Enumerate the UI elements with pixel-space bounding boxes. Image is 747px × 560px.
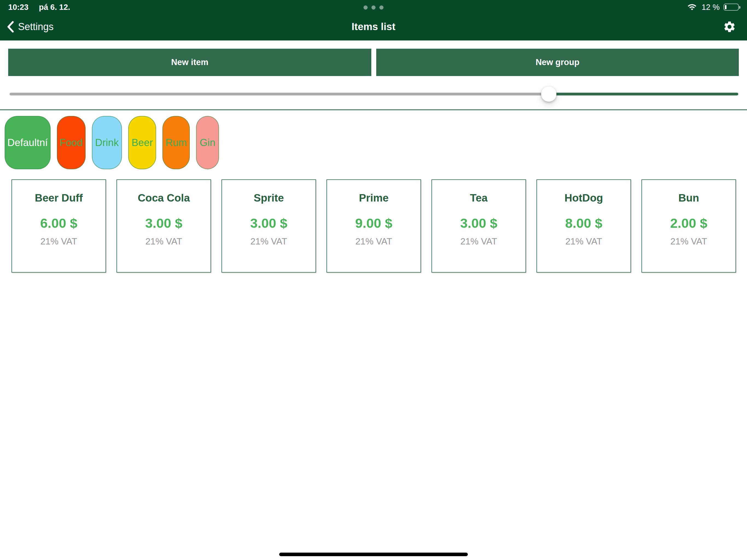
- item-vat: 21% VAT: [565, 236, 602, 247]
- item-card[interactable]: Prime 9.00 $ 21% VAT: [327, 179, 421, 273]
- status-bar: 10:23 pá 6. 12. 12 %: [0, 0, 747, 13]
- group-chip[interactable]: Food: [57, 116, 85, 169]
- item-price: 6.00 $: [40, 215, 77, 231]
- section-divider: [0, 109, 747, 110]
- group-chip-label: Gin: [200, 137, 215, 149]
- size-slider[interactable]: [9, 86, 738, 101]
- status-time: 10:23: [8, 3, 28, 12]
- item-vat: 21% VAT: [146, 236, 182, 247]
- group-chip-label: Beer: [131, 137, 153, 149]
- item-card[interactable]: Sprite 3.00 $ 21% VAT: [222, 179, 316, 273]
- item-vat: 21% VAT: [41, 236, 77, 247]
- item-price: 8.00 $: [565, 215, 602, 231]
- settings-gear-button[interactable]: [722, 20, 737, 34]
- status-right: 12 %: [686, 1, 739, 12]
- multitask-dots-icon: [364, 5, 384, 9]
- app-screen: 10:23 pá 6. 12. 12 % Settings Items list…: [0, 0, 747, 560]
- slider-track-right[interactable]: [549, 93, 738, 96]
- item-price: 3.00 $: [145, 215, 182, 231]
- group-chip[interactable]: Defaultní: [5, 116, 51, 169]
- item-name: Tea: [470, 192, 488, 204]
- battery-percent: 12 %: [702, 3, 720, 12]
- item-vat: 21% VAT: [356, 236, 392, 247]
- group-chip-label: Drink: [95, 137, 119, 149]
- page-title: Items list: [352, 21, 395, 32]
- new-item-button[interactable]: New item: [8, 49, 371, 76]
- group-chip-label: Food: [60, 137, 83, 149]
- item-price: 2.00 $: [670, 215, 707, 231]
- item-name: Prime: [359, 192, 389, 204]
- item-card[interactable]: Beer Duff 6.00 $ 21% VAT: [11, 179, 106, 273]
- back-button[interactable]: Settings: [6, 13, 54, 41]
- item-grid: Beer Duff 6.00 $ 21% VAT Coca Cola 3.00 …: [11, 179, 736, 273]
- item-card[interactable]: Tea 3.00 $ 21% VAT: [432, 179, 526, 273]
- item-vat: 21% VAT: [460, 236, 497, 247]
- item-vat: 21% VAT: [670, 236, 707, 247]
- item-name: Coca Cola: [138, 192, 190, 204]
- group-chip[interactable]: Beer: [128, 116, 156, 169]
- item-name: Beer Duff: [35, 192, 83, 204]
- group-chip[interactable]: Rum: [162, 116, 190, 169]
- item-name: Bun: [678, 192, 699, 204]
- slider-handle[interactable]: [541, 86, 557, 102]
- gear-icon: [723, 20, 736, 33]
- status-date: pá 6. 12.: [39, 3, 70, 12]
- group-chip[interactable]: Drink: [92, 116, 122, 169]
- item-name: HotDog: [565, 192, 603, 204]
- item-card[interactable]: Coca Cola 3.00 $ 21% VAT: [117, 179, 211, 273]
- chevron-left-icon: [6, 21, 14, 33]
- group-chip-label: Defaultní: [7, 137, 48, 149]
- item-price: 9.00 $: [355, 215, 392, 231]
- slider-track-left[interactable]: [9, 93, 549, 96]
- item-vat: 21% VAT: [251, 236, 287, 247]
- battery-icon: [723, 4, 739, 11]
- item-price: 3.00 $: [250, 215, 287, 231]
- status-left: 10:23 pá 6. 12.: [8, 2, 70, 12]
- battery-fill: [725, 5, 726, 9]
- back-label: Settings: [18, 21, 54, 32]
- new-group-button[interactable]: New group: [376, 49, 739, 76]
- group-list: Defaultní Food Drink Beer Rum Gin: [5, 116, 219, 169]
- item-price: 3.00 $: [460, 215, 497, 231]
- nav-bar: Settings Items list: [0, 13, 747, 41]
- wifi-icon: [686, 2, 698, 12]
- item-card[interactable]: Bun 2.00 $ 21% VAT: [641, 179, 736, 273]
- item-card[interactable]: HotDog 8.00 $ 21% VAT: [537, 179, 631, 273]
- item-name: Sprite: [254, 192, 284, 204]
- home-indicator[interactable]: [279, 553, 468, 556]
- group-chip[interactable]: Gin: [196, 116, 219, 169]
- group-chip-label: Rum: [165, 137, 187, 149]
